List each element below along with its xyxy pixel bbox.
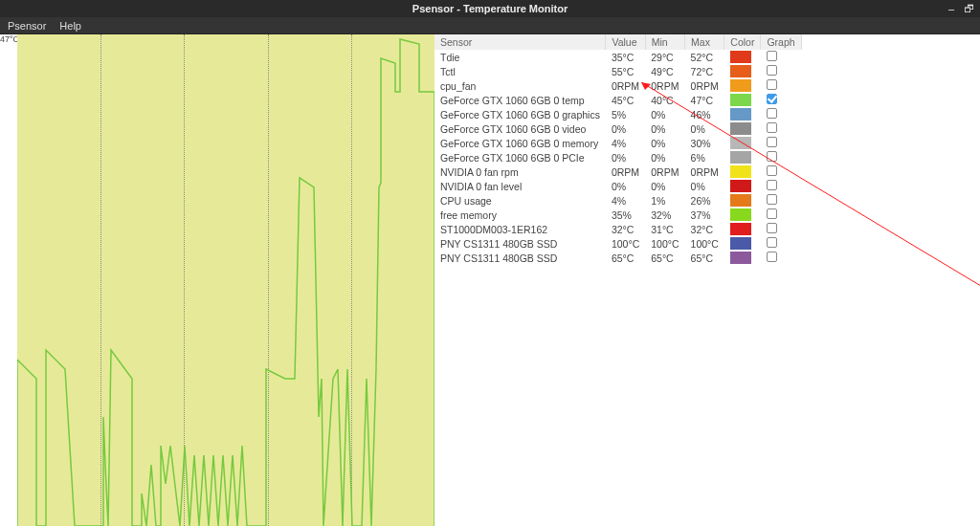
sensor-color-swatch[interactable] [724, 164, 761, 179]
menu-help[interactable]: Help [59, 20, 81, 32]
sensor-value: 4% [606, 193, 645, 208]
table-row[interactable]: Tctl55°C49°C72°C [434, 64, 801, 78]
sensor-min: 0% [645, 107, 684, 121]
sensor-color-swatch[interactable] [724, 222, 761, 236]
sensor-value: 0RPM [606, 164, 645, 179]
sensor-color-swatch[interactable] [724, 93, 761, 107]
sensor-max: 0% [685, 179, 724, 193]
sensor-graph-checkbox[interactable] [761, 236, 801, 251]
sensor-color-swatch[interactable] [724, 121, 761, 136]
sensor-graph-checkbox[interactable] [761, 208, 801, 222]
table-row[interactable]: cpu_fan0RPM0RPM0RPM [434, 78, 801, 93]
sensor-value: 0% [606, 179, 645, 193]
menu-psensor[interactable]: Psensor [8, 20, 46, 32]
sensor-max: 52°C [685, 50, 724, 64]
sensor-min: 31°C [645, 222, 684, 236]
sensor-name: GeForce GTX 1060 6GB 0 memory [434, 136, 606, 150]
sensor-graph-checkbox[interactable] [761, 136, 801, 150]
sensor-value: 35% [606, 208, 645, 222]
sensor-name: cpu_fan [434, 78, 606, 93]
table-row[interactable]: CPU usage4%1%26% [434, 193, 801, 208]
table-row[interactable]: GeForce GTX 1060 6GB 0 video0%0%0% [434, 121, 801, 136]
table-row[interactable]: ST1000DM003-1ER16232°C31°C32°C [434, 222, 801, 236]
titlebar: Psensor - Temperature Monitor – 🗗 [0, 0, 980, 17]
maximize-button[interactable]: 🗗 [964, 3, 974, 14]
sensor-value: 0% [606, 121, 645, 136]
sensor-graph-checkbox[interactable] [761, 93, 801, 107]
table-row[interactable]: NVIDIA 0 fan rpm0RPM0RPM0RPM [434, 164, 801, 179]
sensor-min: 32% [645, 208, 684, 222]
sensor-graph-checkbox[interactable] [761, 78, 801, 93]
sensor-value: 45°C [606, 93, 645, 107]
sensor-value: 5% [606, 107, 645, 121]
sensor-max: 0% [685, 121, 724, 136]
sensor-graph-checkbox[interactable] [761, 150, 801, 164]
sensor-min: 0% [645, 136, 684, 150]
table-row[interactable]: GeForce GTX 1060 6GB 0 graphics5%0%46% [434, 107, 801, 121]
sensor-color-swatch[interactable] [724, 150, 761, 164]
sensor-graph-checkbox[interactable] [761, 251, 801, 265]
table-row[interactable]: NVIDIA 0 fan level0%0%0% [434, 179, 801, 193]
sensor-min: 40°C [645, 93, 684, 107]
sensor-color-swatch[interactable] [724, 64, 761, 78]
sensor-name: GeForce GTX 1060 6GB 0 PCIe [434, 150, 606, 164]
sensor-value: 32°C [606, 222, 645, 236]
sensor-min: 0RPM [645, 78, 684, 93]
sensor-color-swatch[interactable] [724, 236, 761, 251]
sensor-graph-checkbox[interactable] [761, 107, 801, 121]
sensor-value: 55°C [606, 64, 645, 78]
table-row[interactable]: GeForce GTX 1060 6GB 0 memory4%0%30% [434, 136, 801, 150]
table-row[interactable]: PNY CS1311 480GB SSD100°C100°C100°C [434, 236, 801, 251]
sensor-min: 0% [645, 121, 684, 136]
sensor-graph-checkbox[interactable] [761, 222, 801, 236]
sensor-name: GeForce GTX 1060 6GB 0 temp [434, 93, 606, 107]
sensor-min: 0% [645, 179, 684, 193]
sensor-name: GeForce GTX 1060 6GB 0 graphics [434, 107, 606, 121]
table-row[interactable]: GeForce GTX 1060 6GB 0 PCIe0%0%6% [434, 150, 801, 164]
col-sensor[interactable]: Sensor [434, 34, 606, 50]
table-row[interactable]: GeForce GTX 1060 6GB 0 temp45°C40°C47°C [434, 93, 801, 107]
window-controls: – 🗗 [948, 3, 974, 14]
minimize-button[interactable]: – [948, 3, 954, 14]
sensor-color-swatch[interactable] [724, 208, 761, 222]
sensor-name: Tctl [434, 64, 606, 78]
col-graph[interactable]: Graph [761, 34, 801, 50]
col-value[interactable]: Value [606, 34, 645, 50]
table-row[interactable]: free memory35%32%37% [434, 208, 801, 222]
sensor-max: 30% [685, 136, 724, 150]
sensor-min: 29°C [645, 50, 684, 64]
col-max[interactable]: Max [685, 34, 724, 50]
sensor-max: 65°C [685, 251, 724, 265]
sensor-color-swatch[interactable] [724, 50, 761, 64]
sensor-value: 4% [606, 136, 645, 150]
sensor-graph-checkbox[interactable] [761, 50, 801, 64]
sensor-color-swatch[interactable] [724, 179, 761, 193]
sensor-graph-checkbox[interactable] [761, 179, 801, 193]
sensor-color-swatch[interactable] [724, 193, 761, 208]
sensor-name: GeForce GTX 1060 6GB 0 video [434, 121, 606, 136]
sensor-graph-checkbox[interactable] [761, 164, 801, 179]
sensor-name: NVIDIA 0 fan level [434, 179, 606, 193]
sensor-value: 100°C [606, 236, 645, 251]
sensor-color-swatch[interactable] [724, 107, 761, 121]
sensor-graph-checkbox[interactable] [761, 193, 801, 208]
col-min[interactable]: Min [645, 34, 684, 50]
menubar: Psensor Help [0, 17, 980, 34]
col-color[interactable]: Color [724, 34, 761, 50]
sensor-color-swatch[interactable] [724, 251, 761, 265]
sensor-min: 1% [645, 193, 684, 208]
sensor-graph-checkbox[interactable] [761, 64, 801, 78]
sensor-color-swatch[interactable] [724, 136, 761, 150]
window-title: Psensor - Temperature Monitor [412, 3, 568, 14]
sensor-name: free memory [434, 208, 606, 222]
sensor-max: 46% [685, 107, 724, 121]
table-row[interactable]: Tdie35°C29°C52°C [434, 50, 801, 64]
sensor-graph-checkbox[interactable] [761, 121, 801, 136]
sensor-value: 35°C [606, 50, 645, 64]
sensor-max: 47°C [685, 93, 724, 107]
sensor-max: 32°C [685, 222, 724, 236]
sensor-max: 6% [685, 150, 724, 164]
table-row[interactable]: PNY CS1311 480GB SSD65°C65°C65°C [434, 251, 801, 265]
sensor-name: ST1000DM003-1ER162 [434, 222, 606, 236]
sensor-color-swatch[interactable] [724, 78, 761, 93]
